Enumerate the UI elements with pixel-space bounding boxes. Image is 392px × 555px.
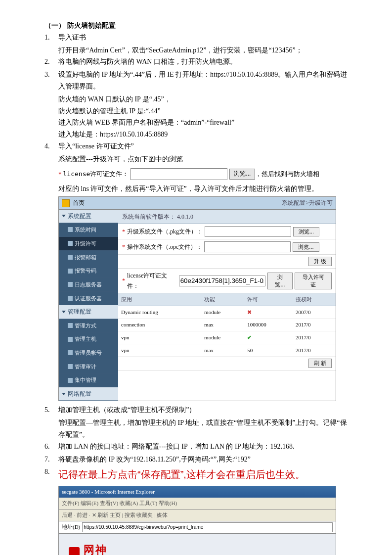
sidebar-item-label: 集中管理 [75, 375, 96, 385]
table-cell: module [201, 306, 244, 319]
sidebar-item-label: 报警号码 [75, 266, 96, 276]
sidebar-item[interactable]: 升级许可 [59, 237, 118, 251]
sidebar-item-label: 管理审计 [75, 362, 96, 371]
upgrade-browse-button[interactable]: 浏览... [293, 227, 319, 236]
check-icon: ✔ [247, 334, 252, 340]
sidebar-item[interactable]: 日志服务器 [59, 278, 118, 292]
list-number: 4. [44, 140, 58, 152]
license-import-button[interactable]: 导入许可证 [295, 273, 332, 289]
sidebar-item[interactable]: 系统时间 [59, 223, 118, 237]
address-input[interactable] [82, 522, 333, 532]
sidebar-item[interactable]: 报警邮箱 [59, 251, 118, 265]
list-item: 2.将电脑的网线与防火墙的 WAN 口相连，打开防火墙电源。 [44, 56, 348, 68]
upgrade-label: 升级系统文件（.pkg文件）： [127, 227, 203, 236]
sidebar-item-icon [68, 241, 73, 246]
list-number: 5. [44, 404, 58, 416]
sidebar-item[interactable]: 管理主机 [59, 332, 118, 346]
table-row: Dynamic routingmodule✖2007/0 [118, 306, 336, 319]
table-cell: 1000000 [244, 319, 293, 331]
window-titlebar: secgate 3600 - Microsoft Internet Explor… [59, 486, 336, 498]
home-icon[interactable] [62, 199, 70, 207]
chevron-down-icon [62, 311, 66, 313]
license-import-row: * license许可证文件： 浏览... 导入许可证 [118, 269, 336, 293]
upgrade-browse-button[interactable]: 浏览... [293, 242, 319, 252]
list-text: 增加 LAN 的接口地址：网络配置---接口 IP，增加 LAN 的 IP 地址… [58, 441, 348, 453]
table-cell: connection [118, 319, 201, 331]
table-row: connectionmax10000002017/0 [118, 319, 336, 331]
list-item: 3.设置好电脑的 IP 地址为“.44”后，用 IE 打开地址：https://… [44, 69, 348, 92]
upgrade-button[interactable]: 升 级 [308, 257, 332, 266]
sidebar-item[interactable]: 认证服务器 [59, 292, 118, 306]
list-item: 5.增加管理主机（或改成“管理主机不受限制”） [44, 404, 348, 416]
sidebar-item[interactable]: 报警号码 [59, 264, 118, 278]
license-label: license许可证文件： [63, 169, 129, 180]
table-header: 授权时 [293, 293, 336, 306]
sidebar-item-icon [68, 337, 73, 342]
sidebar-item[interactable]: 管理方式 [59, 319, 118, 333]
upgrade-file-input[interactable] [205, 226, 291, 237]
list-text: 将电脑的网线与防火墙的 WAN 口相连，打开防火墙电源。 [58, 56, 348, 68]
list-number: 7. [44, 454, 58, 465]
table-cell: 50 [244, 344, 293, 357]
table-header: 许可 [244, 293, 293, 306]
table-header: 应用 [118, 293, 201, 306]
required-star: * [122, 276, 125, 285]
list-text: 防火墙默认的管理主机 IP 是:“.44” [58, 105, 348, 117]
sidebar-item-icon [68, 255, 73, 260]
brand-text: 网神 [84, 541, 116, 555]
table-cell: module [201, 331, 244, 344]
license-import-label: license许可证文件： [127, 271, 177, 291]
upgrade-file-input[interactable] [204, 241, 291, 252]
license-browse-button[interactable]: 浏览... [229, 169, 255, 180]
sidebar-item-icon [68, 364, 73, 369]
list-text: 系统配置---升级许可，点如下图中的浏览 [58, 153, 348, 165]
sidebar-group-network[interactable]: 网络配置 [59, 387, 118, 401]
sidebar-item-label: 升级许可 [75, 239, 96, 248]
sidebar-group-system[interactable]: 系统配置 [59, 210, 118, 223]
sidebar-item-icon [68, 296, 73, 301]
license-import-input[interactable] [179, 276, 265, 286]
table-cell: 2017/0 [293, 344, 336, 357]
table-cell: 2017/0 [293, 331, 336, 344]
upgrade-file-row: *升级系统文件（.pkg文件）：浏览... [118, 224, 336, 239]
list-number: 1. [44, 32, 58, 44]
sidebar-item-icon [68, 269, 73, 274]
license-import-browse[interactable]: 浏览... [267, 273, 293, 289]
brand-banner: 网神 SECWORLD [59, 534, 336, 555]
required-star: * [58, 169, 62, 180]
tool-bar[interactable]: 后退 · 前进 · ✕ 刷新 主页 | 搜索 收藏夹 | 媒体 [59, 509, 336, 521]
table-cell: vpn [118, 331, 201, 344]
table-cell: 2017/0 [293, 319, 336, 331]
menu-bar[interactable]: 文件(F) 编辑(E) 查看(V) 收藏(A) 工具(T) 帮助(H) [59, 498, 336, 509]
version-header: 系统当前软件版本： 4.0.1.0 [118, 210, 336, 224]
sidebar-item-icon [68, 227, 73, 232]
chevron-down-icon [62, 393, 66, 395]
list-text: 设置好电脑的 IP 地址为“.44”后，用 IE 打开地址：https://10… [58, 69, 348, 92]
required-star: * [122, 227, 125, 236]
home-label[interactable]: 首页 [73, 198, 85, 208]
list-number: 8. [44, 466, 58, 483]
sidebar: 系统配置 系统时间升级许可报警邮箱报警号码日志服务器认证服务器 管理配置 管理方… [59, 210, 118, 401]
table-cell: vpn [118, 344, 201, 357]
firewall-admin-ui: 首页 系统配置>升级许可 系统配置 系统时间升级许可报警邮箱报警号码日志服务器认… [58, 196, 336, 401]
license-file-row: * license许可证文件： 浏览... ，然后找到与防火墙相 [58, 168, 348, 180]
sidebar-item-label: 日志服务器 [75, 280, 102, 289]
refresh-button[interactable]: 刷 新 [308, 359, 332, 368]
sidebar-item[interactable]: 管理审计 [59, 360, 118, 374]
upgrade-label: 操作系统文件（.opc文件）： [127, 242, 202, 252]
list-item: 4.导入“license 许可证文件” [44, 140, 348, 152]
license-file-input[interactable] [131, 168, 227, 180]
sidebar-group-manage[interactable]: 管理配置 [59, 305, 118, 319]
table-cell: ✔ [244, 331, 293, 344]
upgrade-file-row: *操作系统文件（.opc文件）：浏览... [118, 239, 336, 255]
license-after-text: ，然后找到与防火墙相 [255, 169, 319, 180]
sidebar-item[interactable]: 集中管理 [59, 373, 118, 387]
logo-icon [69, 547, 80, 555]
table-cell: max [201, 319, 244, 331]
list-text: 打开目录“Admin Cert”，双击“SecGateAdmin.p12”，进行… [58, 45, 348, 56]
table-row: vpnmax502017/0 [118, 344, 336, 357]
sidebar-item[interactable]: 管理员帐号 [59, 346, 118, 360]
table-row: vpnmodule✔2017/0 [118, 331, 336, 344]
list-item: 6.增加 LAN 的接口地址：网络配置---接口 IP，增加 LAN 的 IP … [44, 441, 348, 453]
list-number: 2. [44, 56, 58, 68]
